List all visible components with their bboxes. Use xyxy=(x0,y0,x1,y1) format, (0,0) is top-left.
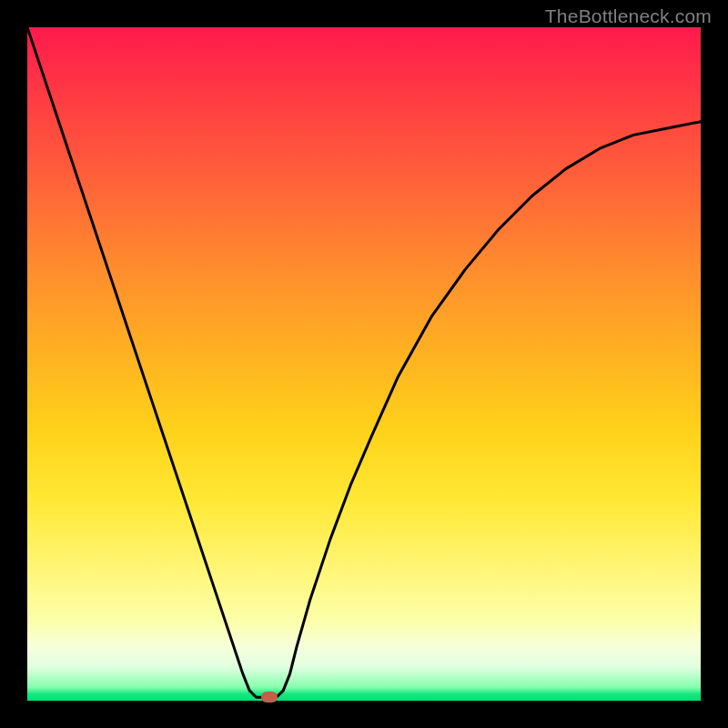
bottleneck-curve xyxy=(27,27,701,697)
chart-container: TheBottleneck.com xyxy=(0,0,728,728)
optimum-marker xyxy=(261,692,278,703)
watermark-text: TheBottleneck.com xyxy=(545,5,712,27)
plot-area xyxy=(27,27,701,701)
curve-layer xyxy=(27,27,701,701)
